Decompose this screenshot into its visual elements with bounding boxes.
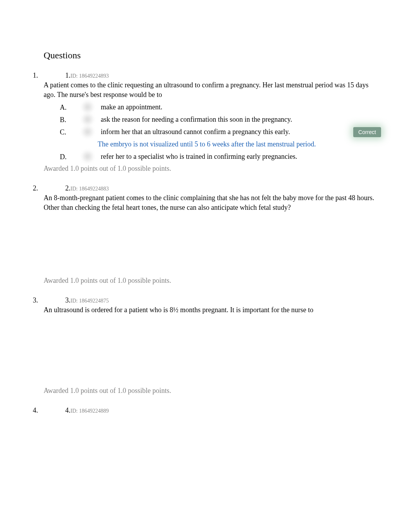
option-item: B. ask the reason for needing a confirma… <box>60 115 377 124</box>
option-text: inform her that an ultrasound cannot con… <box>101 128 290 136</box>
question-number: 4. <box>65 406 71 414</box>
awarded-points: Awarded 1.0 points out of 1.0 possible p… <box>44 277 377 285</box>
question-item: 2.ID: 18649224883 An 8-month-pregnant pa… <box>33 184 377 285</box>
option-item: A. make an appointment. <box>60 103 377 112</box>
option-letter: D. <box>60 153 67 161</box>
question-number: 2. <box>65 184 71 192</box>
question-id: ID: 18649224889 <box>71 408 109 414</box>
answer-explanation: The embryo is not visualized until 5 to … <box>98 140 377 149</box>
question-text: An ultrasound is ordered for a patient w… <box>44 305 377 315</box>
awarded-points: Awarded 1.0 points out of 1.0 possible p… <box>44 165 377 173</box>
awarded-points: Awarded 1.0 points out of 1.0 possible p… <box>44 387 377 395</box>
question-text: A patient comes to the clinic requesting… <box>44 80 377 100</box>
option-text: ask the reason for needing a confirmatio… <box>101 116 292 123</box>
question-item: 4.ID: 18649224889 <box>33 406 377 532</box>
option-text: refer her to a specialist who is trained… <box>101 153 297 160</box>
correct-badge: Correct <box>353 127 381 137</box>
question-item: 3.ID: 18649224875 An ultrasound is order… <box>33 296 377 395</box>
radio-blur-icon <box>81 125 94 138</box>
radio-blur-icon <box>81 150 94 163</box>
option-letter: C. <box>60 128 66 136</box>
question-item: 1.ID: 18649224893 A patient comes to the… <box>33 71 377 173</box>
question-id: ID: 18649224875 <box>71 298 109 304</box>
option-text: make an appointment. <box>101 103 162 111</box>
option-letter: A. <box>60 104 67 112</box>
question-text: An 8-month-pregnant patient comes to the… <box>44 193 377 212</box>
option-item: C. inform her that an ultrasound cannot … <box>60 127 377 137</box>
option-letter: B. <box>60 116 66 124</box>
hidden-content-spacer <box>33 415 377 532</box>
question-list: 1.ID: 18649224893 A patient comes to the… <box>33 71 377 532</box>
question-number: 3. <box>65 296 71 304</box>
hidden-content-spacer <box>33 318 377 384</box>
hidden-content-spacer <box>33 216 377 274</box>
radio-blur-icon <box>81 100 94 114</box>
question-number: 1. <box>65 71 71 79</box>
question-id: ID: 18649224893 <box>71 73 109 79</box>
options-list-continued: D. refer her to a specialist who is trai… <box>60 152 377 161</box>
options-list: A. make an appointment. B. ask the reaso… <box>60 103 377 137</box>
page-title: Questions <box>44 50 377 61</box>
question-id: ID: 18649224883 <box>71 186 109 192</box>
radio-blur-icon <box>81 113 94 126</box>
option-item: D. refer her to a specialist who is trai… <box>60 152 377 161</box>
